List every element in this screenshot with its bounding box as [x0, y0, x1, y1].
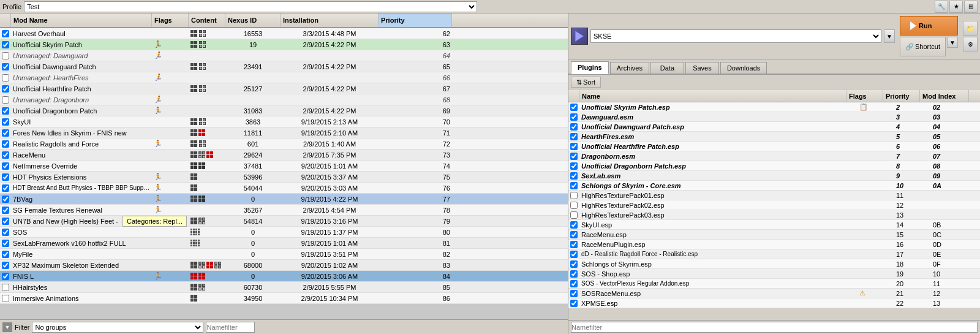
list-item[interactable]: Dragonborn.esm 7 07	[568, 151, 980, 161]
table-row[interactable]: RaceMenu 29624 2/9/2015 7:35 PM 73	[0, 150, 568, 161]
link-icon: 🔗	[905, 43, 914, 51]
right-icon-btn-1[interactable]: 📁	[963, 21, 978, 36]
app-container: Profile Test 🔧 ★ ⊞ Mod Name Flags Conten…	[0, 0, 980, 334]
table-row[interactable]: UN7B and New (High Heels) Feet - 54814 9…	[0, 216, 568, 227]
list-item[interactable]: Unofficial Hearthfire Patch.esp 6 06	[568, 142, 980, 151]
table-row[interactable]: SOS 0 9/19/2015 1:37 PM 80	[0, 227, 568, 238]
table-row[interactable]: Harvest Overhaul 16553 3/3/2015 4:48 PM …	[0, 28, 568, 39]
svg-marker-0	[575, 31, 584, 42]
group-select[interactable]: No groups	[32, 322, 203, 333]
filter-label: Filter	[15, 324, 29, 331]
list-item[interactable]: Unofficial Skyrim Patch.esp 📋 2 02	[568, 102, 980, 112]
table-row[interactable]: Unmanaged: HearthFires 🏃 66	[0, 72, 568, 83]
table-row[interactable]: 7BVag 🏃 0 9/19/2015 4:22 PM 77	[0, 194, 568, 205]
tab-archives[interactable]: Archives	[610, 62, 649, 74]
skse-select[interactable]: SKSE	[590, 29, 881, 43]
table-row[interactable]: SexLabFramework v160 hotfix2 FULL 0 9/19…	[0, 238, 568, 249]
table-row[interactable]: Unmanaged: Dawnguard 🏃 64	[0, 50, 568, 61]
pcol-check	[568, 90, 579, 102]
pcol-name[interactable]: Name	[579, 90, 846, 102]
list-item[interactable]: Schlongs of Skyrim.esp 18 0F	[568, 259, 980, 269]
table-row[interactable]: Realistic Ragdolls and Force 🏃 601 2/9/2…	[0, 139, 568, 150]
sort-bar: ⇅ Sort	[568, 75, 980, 90]
plugin-table-header: Name Flags Priority Mod Index	[568, 90, 980, 102]
table-row[interactable]: FNIS L 🏃 0 9/20/2015 3:06 AM 84	[0, 271, 568, 282]
table-row[interactable]: HDT Physics Extensions 🏃 53996 9/20/2015…	[0, 172, 568, 183]
tabs-bar: Plugins Archives Data Saves Downloads	[568, 61, 980, 75]
grid-button[interactable]: ⊞	[964, 1, 978, 13]
skse-dropdown-btn[interactable]: ▼	[884, 29, 895, 43]
list-item[interactable]: XPMSE.esp 22 13	[568, 298, 980, 308]
table-row[interactable]: Unmanaged: Dragonborn 🏃 68	[0, 94, 568, 105]
list-item[interactable]: SOS - Shop.esp 19 10	[568, 269, 980, 279]
sort-button[interactable]: ⇅ Sort	[571, 77, 601, 88]
list-item[interactable]: Unofficial Dragonborn Patch.esp 8 08	[568, 161, 980, 171]
table-row[interactable]: Unofficial Hearthfire Patch 25127 2/9/20…	[0, 83, 568, 94]
list-item[interactable]: HighResTexturePack03.esp 13	[568, 210, 980, 220]
sort-icon: ⇅	[576, 78, 582, 86]
top-bar: Profile Test 🔧 ★ ⊞	[0, 0, 980, 13]
top-bar-icons: 🔧 ★ ⊞	[935, 1, 978, 13]
pcol-priority[interactable]: Priority	[883, 90, 920, 102]
right-bottom	[568, 320, 980, 334]
table-row[interactable]: Immersive Animations 34950 2/9/2015 10:3…	[0, 293, 568, 304]
main-layout: Mod Name Flags Content Nexus ID Installa…	[0, 13, 980, 334]
col-flags[interactable]: Flags	[152, 13, 189, 27]
table-row[interactable]: Fores New Idles in Skyrim - FNIS new 118…	[0, 127, 568, 139]
left-panel: Mod Name Flags Content Nexus ID Installa…	[0, 13, 568, 334]
right-panel: SKSE ▼ Run 🔗 Shortcut ▼	[568, 13, 980, 334]
tab-data[interactable]: Data	[650, 62, 684, 74]
table-row[interactable]: NetImmerse Override 37481 9/20/2015 1:01…	[0, 161, 568, 172]
table-row[interactable]: HDT Breast And Butt Physics - TBBP BBP S…	[0, 183, 568, 194]
list-item[interactable]: Unofficial Dawnguard Patch.esp 4 04	[568, 122, 980, 132]
mod-table-header: Mod Name Flags Content Nexus ID Installa…	[0, 13, 568, 28]
table-row[interactable]: Unofficial Skyrim Patch 🏃 19 2/9/2015 4:…	[0, 39, 568, 50]
table-row[interactable]: XP32 Maximum Skeleton Extended 68000 9/2…	[0, 260, 568, 271]
namefilter-input[interactable]	[206, 322, 255, 333]
list-item[interactable]: SkyUI.esp 14 0B	[568, 220, 980, 230]
list-item[interactable]: HighResTexturePack01.esp 11	[568, 191, 980, 200]
list-item[interactable]: HearthFires.esm 5 05	[568, 132, 980, 142]
col-check	[0, 13, 11, 27]
list-item[interactable]: RaceMenu.esp 15 0C	[568, 230, 980, 240]
shortcut-button[interactable]: 🔗 Shortcut	[900, 37, 946, 56]
mod-table-body[interactable]: Harvest Overhaul 16553 3/3/2015 4:48 PM …	[0, 28, 568, 319]
plugin-table-container: ⇅ Sort Name Flags Priority Mod Index	[568, 75, 980, 334]
table-row[interactable]: SkyUI 3863 9/19/2015 2:13 AM 70	[0, 116, 568, 127]
col-nexus[interactable]: Nexus ID	[225, 13, 281, 27]
profile-select[interactable]: Test	[24, 1, 477, 12]
run-button[interactable]: Run	[900, 16, 958, 36]
col-modname[interactable]: Mod Name	[11, 13, 152, 27]
table-row[interactable]: Unofficial Dragonborn Patch 🏃 31083 2/9/…	[0, 105, 568, 116]
profile-label: Profile	[2, 3, 21, 10]
list-item[interactable]: HighResTexturePack02.esp 12	[568, 200, 980, 210]
list-item[interactable]: SexLab.esm 9 09	[568, 171, 980, 181]
right-icon-btn-2[interactable]: ⚙	[963, 37, 978, 51]
skse-icon	[571, 28, 588, 45]
table-row[interactable]: MyFile 0 9/19/2015 3:51 PM 82	[0, 249, 568, 260]
plugin-namefilter[interactable]	[571, 322, 978, 333]
table-row[interactable]: Unofficial Dawnguard Patch 23491 2/9/201…	[0, 61, 568, 72]
skse-bar: SKSE ▼ Run 🔗 Shortcut ▼	[568, 13, 980, 59]
bottom-bar: ▼ Filter No groups	[0, 319, 568, 334]
table-row[interactable]: SG Female Textures Renewal 🏃 35267 2/9/2…	[0, 205, 568, 216]
col-content[interactable]: Content	[189, 13, 225, 27]
list-item[interactable]: SOSRaceMenu.esp ⚠ 21 12	[568, 289, 980, 298]
star-button[interactable]: ★	[949, 1, 963, 13]
list-item[interactable]: RaceMenuPlugin.esp 16 0D	[568, 240, 980, 249]
col-priority[interactable]: Priority	[379, 13, 452, 27]
list-item[interactable]: Schlongs of Skyrim - Core.esm 10 0A	[568, 181, 980, 191]
pcol-modindex[interactable]: Mod Index	[920, 90, 969, 102]
wrench-button[interactable]: 🔧	[935, 1, 948, 13]
plugin-table-body[interactable]: Unofficial Skyrim Patch.esp 📋 2 02 Dawng…	[568, 102, 980, 320]
shortcut-dropdown-btn[interactable]: ▼	[947, 37, 958, 48]
tab-plugins[interactable]: Plugins	[571, 61, 609, 74]
list-item[interactable]: dD - Realistic Ragdoll Force - Realistic…	[568, 249, 980, 259]
tab-saves[interactable]: Saves	[685, 62, 719, 74]
list-item[interactable]: Dawnguard.esm 3 03	[568, 112, 980, 122]
table-row[interactable]: HHairstyles 60730 2/9/2015 5:55 PM 85	[0, 282, 568, 293]
tab-downloads[interactable]: Downloads	[720, 62, 767, 74]
pcol-flags[interactable]: Flags	[846, 90, 883, 102]
col-install[interactable]: Installation	[281, 13, 379, 27]
list-item[interactable]: SOS - VectorPlexus Regular Addon.esp 20 …	[568, 279, 980, 289]
